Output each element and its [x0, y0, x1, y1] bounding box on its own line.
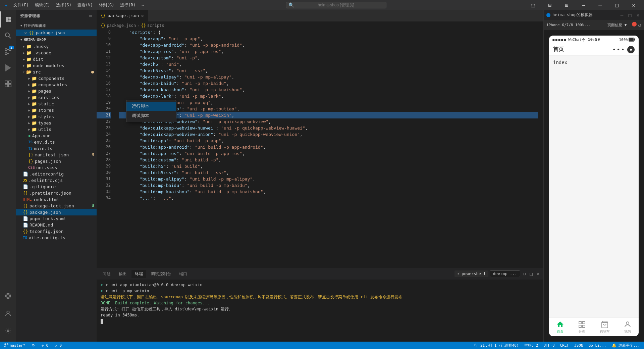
device-label[interactable]: iPhone 6/7/8 100%...: [546, 23, 591, 27]
search-bar[interactable]: [286, 2, 386, 8]
activity-settings[interactable]: [0, 323, 16, 339]
tree-item-index-html[interactable]: HTML index.html: [16, 196, 97, 203]
status-line-col[interactable]: 行 21，列 1 (已选择40): [473, 343, 520, 348]
code-content[interactable]: "scripts": { "dev:app": "uni -p app", "d…: [113, 29, 543, 268]
menu-goto[interactable]: 转到(G): [96, 2, 117, 9]
activity-search[interactable]: [0, 28, 16, 44]
activity-extensions[interactable]: [0, 76, 16, 92]
tree-item-eslintrc[interactable]: JS .eslintrc.cjs: [16, 177, 97, 184]
terminal-maximize-btn[interactable]: □: [528, 270, 534, 277]
terminal-content[interactable]: > > uni-app-xiaotuxian@0.0.0 dev:mp-weix…: [97, 280, 543, 342]
tree-item-vite-config[interactable]: TS vite.config.ts: [16, 235, 97, 241]
status-sync[interactable]: ⟳: [31, 343, 36, 348]
tree-item-env-dts[interactable]: TS env.d.ts: [16, 139, 97, 145]
activity-explorer[interactable]: [0, 11, 16, 28]
tree-item-utils[interactable]: ▶ 📁 utils: [16, 126, 97, 133]
tree-item-composables[interactable]: ▶ 📁 composables: [16, 82, 97, 88]
menu-file[interactable]: 文件(F): [11, 2, 32, 9]
tree-item-readme[interactable]: 📄 README.md: [16, 222, 97, 228]
tab-close-btn[interactable]: ✕: [141, 13, 144, 18]
menu-run[interactable]: 运行(R): [117, 2, 138, 9]
tab-package-json[interactable]: {} package.json ✕: [97, 10, 148, 21]
tree-item-pnpm-lock[interactable]: 📄 pnpm-lock.yaml: [16, 215, 97, 222]
status-eol[interactable]: CRLF: [559, 343, 571, 348]
tree-item-package-lock[interactable]: {} package-lock.json U: [16, 203, 97, 209]
terminal-split-btn[interactable]: ⊟: [522, 270, 527, 277]
phone-nav-home[interactable]: 首页: [556, 320, 564, 334]
menu-selection[interactable]: 选择(S): [53, 2, 74, 9]
tree-item-src[interactable]: ▾ 📂 src: [16, 69, 97, 75]
maximize-btn[interactable]: □: [609, 0, 625, 10]
customize-btn[interactable]: ⋯: [576, 0, 591, 10]
context-menu-run[interactable]: 运行脚本: [126, 102, 176, 111]
activity-remote[interactable]: [0, 288, 16, 304]
tree-item-manifest-json[interactable]: {} manifest.json M: [16, 152, 97, 158]
status-encoding[interactable]: UTF-8: [542, 343, 556, 348]
sim-minimize-btn[interactable]: ─: [619, 12, 625, 18]
terminal-tab-problems[interactable]: 问题: [99, 270, 114, 278]
split-btn[interactable]: ⊟: [542, 0, 557, 10]
project-header[interactable]: ▾ HEIMA-SHOP: [16, 36, 97, 43]
status-go-live[interactable]: Go Li...: [587, 343, 608, 348]
tree-item-pages-json[interactable]: {} pages.json: [16, 158, 97, 164]
nav-circle-btn[interactable]: [627, 46, 635, 53]
tree-item-styles[interactable]: ▶ 📁 styles: [16, 113, 97, 120]
status-notification[interactable]: 🔔 纯新手全...: [610, 343, 642, 348]
breadcrumb-file[interactable]: package.json: [107, 23, 136, 28]
phone-nav-profile[interactable]: 我的: [624, 320, 632, 334]
minimize-btn[interactable]: ─: [592, 0, 608, 10]
terminal-tab-ports[interactable]: 端口: [176, 270, 191, 278]
tree-item-vscode[interactable]: ▶ 📁 .vscode: [16, 50, 97, 56]
phone-nav-cart[interactable]: 购物车: [600, 320, 610, 334]
open-editors-header[interactable]: ▾ 打开的编辑器: [16, 22, 97, 30]
page-info-label[interactable]: 页面信息 ▼: [607, 22, 627, 28]
tree-item-services[interactable]: ▶ 📁 services: [16, 94, 97, 101]
status-language[interactable]: JSON: [573, 343, 585, 348]
tree-item-components[interactable]: ▶ 📁 components: [16, 75, 97, 82]
status-branch[interactable]: master*: [3, 343, 26, 348]
sim-refresh-btn[interactable]: ↺: [638, 22, 641, 28]
panel-btn[interactable]: ⊞: [559, 0, 574, 10]
open-editor-package-json[interactable]: ✕ {} package.json: [16, 30, 97, 36]
tree-item-editorconfig[interactable]: 📄 .editorconfig: [16, 171, 97, 177]
sim-record-btn[interactable]: [632, 22, 637, 27]
tree-item-app-vue[interactable]: ▪ App.vue: [16, 133, 97, 139]
context-menu-debug[interactable]: 调试脚本: [126, 111, 176, 120]
tree-item-tsconfig[interactable]: {} tsconfig.json: [16, 228, 97, 235]
code-editor[interactable]: 8 9 10 11 12 13 14 15 16 17 18 19 20 21: [97, 29, 543, 268]
tree-item-dist[interactable]: ▶ 📁 dist: [16, 56, 97, 62]
breadcrumb-section[interactable]: scripts: [147, 23, 164, 28]
phone-nav-category[interactable]: 分类: [578, 320, 586, 334]
sidebar-menu-btn[interactable]: ⋯: [89, 13, 93, 19]
terminal-tab-output[interactable]: 输出: [115, 270, 130, 278]
status-warnings[interactable]: △ 0: [54, 343, 63, 348]
tree-item-types[interactable]: ▶ 📁 types: [16, 120, 97, 126]
sim-restore-btn[interactable]: □: [627, 12, 633, 18]
tree-item-stores[interactable]: ▶ 📁 stores: [16, 107, 97, 113]
layout-btn[interactable]: ⬚: [525, 0, 541, 10]
activity-run[interactable]: [0, 60, 16, 76]
terminal-tab-terminal[interactable]: 终端: [131, 270, 146, 278]
tree-item-husky[interactable]: ▶ 📁 .husky: [16, 43, 97, 50]
terminal-instance-powershell[interactable]: ⚡ powershell: [454, 270, 488, 277]
status-errors[interactable]: ⊗ 0: [40, 343, 50, 348]
tree-item-prettierrc[interactable]: {} .prettierrc.json: [16, 190, 97, 196]
close-btn[interactable]: ✕: [626, 0, 641, 10]
activity-source-control[interactable]: 2: [0, 44, 16, 60]
activity-account[interactable]: [0, 305, 16, 321]
menu-more[interactable]: …: [139, 2, 147, 9]
terminal-tab-debug[interactable]: 调试控制台: [148, 270, 174, 278]
tree-item-package-json[interactable]: {} package.json: [16, 209, 97, 215]
tree-item-uni-scss[interactable]: CSS uni.scss: [16, 164, 97, 171]
tree-item-pages[interactable]: ▶ 📁 pages: [16, 88, 97, 94]
tree-item-static[interactable]: ▶ 📁 static: [16, 101, 97, 107]
terminal-close-btn[interactable]: ✕: [535, 270, 541, 277]
tree-item-main-ts[interactable]: TS main.ts: [16, 145, 97, 152]
menu-view[interactable]: 查看(V): [75, 2, 96, 9]
status-spaces[interactable]: 空格: 2: [523, 343, 540, 348]
menu-edit[interactable]: 编辑(E): [32, 2, 53, 9]
tree-item-node-modules[interactable]: ▶ 📁 node_modules: [16, 62, 97, 69]
tree-item-gitignore[interactable]: 📄 .gitignore: [16, 184, 97, 190]
terminal-instance-dev[interactable]: dev:mp-...: [490, 270, 520, 277]
sim-close-btn[interactable]: ✕: [635, 12, 641, 18]
